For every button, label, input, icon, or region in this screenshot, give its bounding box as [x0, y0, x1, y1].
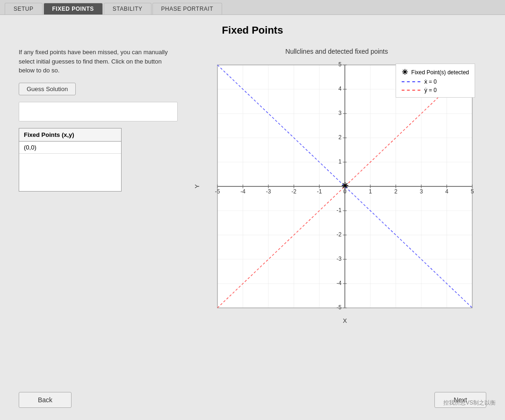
main-content: Fixed Points If any fixed points have be…	[0, 15, 505, 417]
plot-canvas	[192, 58, 482, 329]
tab-setup[interactable]: SETUP	[5, 3, 43, 14]
content-area: If any fixed points have been missed, yo…	[19, 48, 486, 386]
watermark: 控我所思VS制之以衡	[443, 399, 496, 407]
legend-row-red: ẏ = 0	[402, 87, 469, 93]
tab-bar: SETUP FIXED POINTS STABILITY PHASE PORTR…	[0, 0, 505, 15]
blue-line-icon	[402, 81, 420, 82]
legend-row-star: ✳ Fixed Point(s) detected	[402, 68, 469, 77]
bottom-bar: Back Next	[19, 386, 486, 408]
legend-blue-label: ẋ = 0	[424, 78, 437, 85]
fixed-points-header: Fixed Points (x,y)	[19, 128, 121, 142]
guess-input-box[interactable]	[19, 102, 178, 121]
instruction-text: If any fixed points have been missed, yo…	[19, 48, 178, 75]
fixed-points-table: Fixed Points (x,y) (0,0)	[19, 128, 122, 192]
right-panel: Nullclines and detected fixed points ✳ F…	[187, 48, 486, 386]
legend-star-label: Fixed Point(s) detected	[411, 69, 469, 76]
chart-legend: ✳ Fixed Point(s) detected ẋ = 0 ẏ = 0	[396, 64, 475, 98]
page-title: Fixed Points	[19, 24, 486, 36]
star-icon: ✳	[402, 68, 408, 77]
tab-stability[interactable]: STABILITY	[104, 3, 152, 14]
left-panel: If any fixed points have been missed, yo…	[19, 48, 178, 386]
fixed-points-row: (0,0)	[19, 142, 121, 154]
legend-row-blue: ẋ = 0	[402, 78, 469, 85]
chart-title: Nullclines and detected fixed points	[285, 48, 388, 55]
guess-solution-button[interactable]: Guess Solution	[19, 83, 76, 95]
back-button[interactable]: Back	[19, 392, 72, 408]
fixed-points-empty-area	[19, 154, 121, 191]
tab-fixed-points[interactable]: FIXED POINTS	[43, 3, 103, 14]
chart-area: ✳ Fixed Point(s) detected ẋ = 0 ẏ = 0	[192, 58, 482, 329]
red-line-icon	[402, 90, 420, 91]
tab-phase-portrait[interactable]: PHASE PORTRAIT	[152, 3, 222, 14]
legend-red-label: ẏ = 0	[424, 87, 437, 93]
